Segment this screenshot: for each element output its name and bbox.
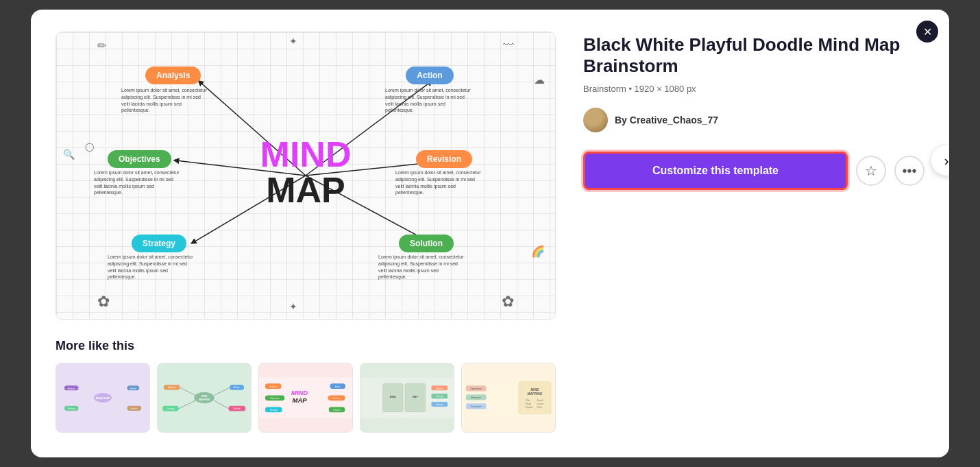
svg-text:Analysis: Analysis [269,385,277,388]
thumbnail-5[interactable]: MIND MAPPING • Plan • Study • System Bra… [461,363,556,433]
svg-text:Organisation: Organisation [470,387,482,390]
svg-text:Strategy: Strategy [270,409,278,411]
text-solution: Lorem ipsum dolor sit amet, consectetur … [378,254,467,280]
thumb-content-2: MIND MAPPING Analysis Action Strategy [158,363,251,432]
svg-text:Analysis: Analysis [167,386,175,389]
favorite-button[interactable]: ☆ [856,156,886,186]
thumb-content-1: MIND MAP Analysis Action Strategy Soluti… [56,363,149,432]
svg-text:Brainstorm: Brainstorm [471,396,482,399]
svg-text:Strategy: Strategy [67,407,75,410]
svg-text:Action: Action [334,385,341,388]
svg-text:Notes: Notes [537,406,542,409]
more-like-this-section: More like this MIND MAP Analysis [56,339,556,433]
thumb-content-5: MIND MAPPING • Plan • Study • System Bra… [462,363,555,432]
text-revision: Lorem ipsum dolor sit amet, consectetur … [395,169,485,196]
text-strategy: Lorem ipsum dolor sit amet, consectetur … [108,254,197,280]
text-objectives: Lorem ipsum dolor sit amet, consectetur … [94,169,183,196]
template-meta: Brainstorm • 1920 × 1080 px [583,84,924,94]
action-row: Customize this template ☆ ••• [583,152,924,190]
thumb-content-3: MIND MAP Analysis Action Objectives [259,363,352,432]
close-button[interactable]: ✕ [916,21,938,43]
more-icon: ••• [902,163,916,179]
svg-text:• Plan: • Plan [525,399,530,402]
svg-text:Solution: Solution [333,409,341,411]
svg-text:Solution: Solution [130,407,138,410]
svg-text:MAP: MAP [293,396,308,404]
doodle-magnifier: 🔍 [63,149,75,160]
node-objectives: Objectives [108,150,171,168]
svg-text:Objectives: Objectives [270,397,280,400]
thumbnail-3[interactable]: MIND MAP Analysis Action Objectives [258,363,353,433]
svg-point-19 [194,392,215,404]
svg-text:Conclusions: Conclusions [471,405,482,408]
svg-text:Action: Action [130,387,136,390]
customize-button[interactable]: Customize this template [583,152,848,190]
modal-overlay: ✕ › [0,0,980,467]
svg-text:MIND MAP: MIND MAP [96,396,110,400]
author-row: By Creative_Chaos_77 [583,108,924,132]
thumbnail-grid: MIND MAP Analysis Action Strategy Soluti… [56,363,556,433]
node-revision: Revision [416,150,472,168]
svg-text:Strategy: Strategy [167,407,174,410]
doodle-cloud: 🌈 [531,245,545,258]
doodle-flower2: ✿ [502,293,514,311]
svg-text:Lecture: Lecture [537,403,543,405]
node-analysis: Analysis [145,67,201,84]
svg-text:MAPPING: MAPPING [199,398,210,401]
svg-text:Revision: Revision [332,397,341,400]
svg-text:MIND: MIND [390,396,396,398]
thumbnail-2[interactable]: MIND MAPPING Analysis Action Strategy [157,363,252,433]
text-analysis: Lorem ipsum dolor sit amet, consectetur … [121,87,210,114]
modal-container: ✕ › [31,10,949,457]
preview-section: MIND MAP Analysis Lorem ipsum dolor sit … [56,32,556,433]
author-avatar [583,108,608,132]
template-title: Black White Playful Doodle Mind Map Brai… [583,34,924,77]
svg-text:Solution: Solution [436,403,443,406]
doodle-pencil: ✏ [97,39,106,52]
doodle-star2: ✦ [289,301,297,312]
node-strategy: Strategy [132,235,186,252]
svg-text:Action: Action [436,387,443,390]
svg-text:MIND: MIND [291,389,308,396]
svg-text:Solution: Solution [234,407,241,410]
author-name: By Creative_Chaos_77 [615,115,718,125]
svg-text:• System: • System [525,406,533,409]
star-icon: ☆ [865,163,877,179]
svg-text:Branch: Branch [537,399,543,402]
doodle-flower: ✿ [97,293,110,311]
node-action: Action [406,67,454,84]
svg-text:Strategy: Strategy [436,395,443,398]
template-preview: MIND MAP Analysis Lorem ipsum dolor sit … [56,32,556,320]
text-action: Lorem ipsum dolor sit amet, consectetur … [385,87,474,114]
info-section: Black White Playful Doodle Mind Map Brai… [583,32,924,190]
more-options-button[interactable]: ••• [894,156,924,186]
doodle-circle: ◯ [85,142,94,152]
doodle-spiral: 〰 [503,39,514,51]
svg-text:MAPPING: MAPPING [527,392,542,396]
doodle-heart: ☁ [534,73,545,86]
mind-map-title: MIND MAP [260,136,352,208]
svg-text:MAP: MAP [413,396,418,398]
more-like-label: More like this [56,339,556,353]
svg-text:• Study: • Study [525,403,532,405]
doodle-star: ✦ [289,36,297,47]
svg-text:Analysis: Analysis [66,387,75,390]
svg-text:MIND: MIND [201,395,207,398]
svg-text:MIND: MIND [530,388,539,392]
mind-map-canvas: MIND MAP Analysis Lorem ipsum dolor sit … [56,32,555,319]
svg-rect-61 [519,381,551,414]
modal-content: MIND MAP Analysis Lorem ipsum dolor sit … [56,32,924,433]
author-avatar-image [583,108,608,132]
thumbnail-1[interactable]: MIND MAP Analysis Action Strategy Soluti… [56,363,150,433]
next-arrow[interactable]: › [931,145,949,176]
node-solution: Solution [399,235,454,252]
thumb-content-4: MIND MAP Action Strategy Solution [360,363,454,432]
svg-text:Action: Action [233,386,240,389]
thumbnail-4[interactable]: MIND MAP Action Strategy Solution [360,363,454,433]
